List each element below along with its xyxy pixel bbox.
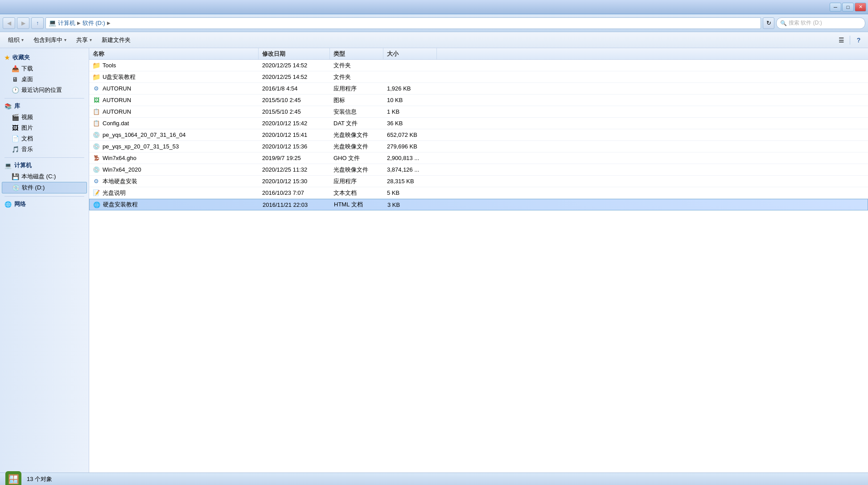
back-button[interactable]: ◀: [3, 17, 15, 29]
filelist-body: 📁 Tools 2020/12/25 14:52 文件夹 📁 U盘安装教程 20…: [89, 60, 868, 473]
file-icon: 🗜: [93, 155, 100, 162]
file-date: 2016/11/21 22:03: [259, 199, 330, 210]
table-row[interactable]: 💿 Win7x64_2020 2020/12/25 11:32 光盘映像文件 3…: [89, 164, 868, 176]
sidebar-section-library: 📚 库 🎬 视频 🖼 图片 📄 文档 🎵 音乐: [2, 100, 87, 155]
addressbar: ◀ ▶ ↑ 💻 计算机 ▶ 软件 (D:) ▶ ↻ 🔍 搜索 软件 (D:): [0, 14, 868, 32]
file-name: pe_yqs_1064_20_07_31_16_04: [103, 132, 186, 138]
table-row[interactable]: ⚙ AUTORUN 2016/1/8 4:54 应用程序 1,926 KB: [89, 83, 868, 95]
sidebar-header-computer[interactable]: 💻 计算机: [2, 160, 87, 171]
file-name: 硬盘安装教程: [103, 201, 138, 209]
file-type: DAT 文件: [330, 118, 383, 129]
sidebar-header-network[interactable]: 🌐 网络: [2, 198, 87, 210]
file-name: Win7x64.gho: [103, 155, 136, 161]
breadcrumb-bar[interactable]: 💻 计算机 ▶ 软件 (D:) ▶: [45, 17, 761, 29]
search-bar[interactable]: 🔍 搜索 软件 (D:): [776, 17, 865, 29]
file-name-cell: 📁 Tools: [89, 60, 259, 71]
table-row[interactable]: 📁 U盘安装教程 2020/12/25 14:52 文件夹: [89, 71, 868, 83]
refresh-button[interactable]: ↻: [763, 17, 774, 29]
video-icon: 🎬: [12, 114, 19, 121]
up-button[interactable]: ↑: [31, 17, 44, 29]
file-icon: 🖼: [93, 97, 100, 104]
help-button[interactable]: ?: [853, 34, 864, 46]
file-icon: 📁: [93, 62, 100, 69]
file-name-cell: ⚙ 本地硬盘安装: [89, 176, 259, 187]
organize-button[interactable]: 组织 ▾: [4, 34, 28, 46]
table-row[interactable]: 💿 pe_yqs_xp_20_07_31_15_53 2020/10/12 15…: [89, 141, 868, 152]
document-icon: 📄: [12, 135, 19, 142]
file-name: 本地硬盘安装: [103, 177, 137, 185]
file-name: Tools: [103, 62, 116, 69]
file-icon: 📋: [93, 120, 100, 127]
picture-label: 图片: [21, 124, 33, 132]
col-header-name[interactable]: 名称: [89, 48, 259, 59]
col-header-date[interactable]: 修改日期: [259, 48, 330, 59]
sidebar-item-recent[interactable]: 🕐 最近访问的位置: [2, 85, 87, 95]
file-name-cell: 📋 Config.dat: [89, 118, 259, 129]
file-name: 光盘说明: [103, 189, 126, 197]
table-row[interactable]: ⚙ 本地硬盘安装 2020/10/12 15:30 应用程序 28,315 KB: [89, 176, 868, 187]
table-row[interactable]: 💿 pe_yqs_1064_20_07_31_16_04 2020/10/12 …: [89, 129, 868, 141]
file-size: 10 KB: [383, 95, 437, 106]
table-row[interactable]: 🗜 Win7x64.gho 2019/9/7 19:25 GHO 文件 2,90…: [89, 152, 868, 164]
network-icon: 🌐: [4, 201, 12, 208]
file-type: 光盘映像文件: [330, 129, 383, 140]
file-date: 2020/12/25 14:52: [259, 60, 330, 71]
sidebar-item-music[interactable]: 🎵 音乐: [2, 144, 87, 155]
file-type: 光盘映像文件: [330, 164, 383, 175]
search-placeholder: 搜索 软件 (D:): [789, 19, 822, 27]
sidebar-item-local-d[interactable]: 💿 软件 (D:): [2, 182, 87, 193]
minimize-button[interactable]: ─: [830, 3, 841, 12]
table-row[interactable]: 🖼 AUTORUN 2015/5/10 2:45 图标 10 KB: [89, 95, 868, 106]
picture-icon: 🖼: [12, 124, 19, 132]
breadcrumb-d[interactable]: 软件 (D:): [82, 19, 105, 27]
status-app-icon: 🪟: [5, 471, 21, 485]
table-row[interactable]: 📋 Config.dat 2020/10/12 15:42 DAT 文件 36 …: [89, 118, 868, 129]
library-icon: 📚: [4, 103, 12, 110]
sidebar-item-picture[interactable]: 🖼 图片: [2, 123, 87, 133]
file-date: 2020/12/25 14:52: [259, 71, 330, 82]
table-row[interactable]: 🌐 硬盘安装教程 2016/11/21 22:03 HTML 文档 3 KB: [89, 199, 868, 210]
desktop-label: 桌面: [21, 75, 33, 83]
new-folder-button[interactable]: 新建文件夹: [97, 34, 135, 46]
sidebar-item-video[interactable]: 🎬 视频: [2, 112, 87, 123]
file-icon: 🌐: [93, 201, 100, 208]
col-header-size[interactable]: 大小: [383, 48, 437, 59]
main-layout: ★ 收藏夹 📥 下载 🖥 桌面 🕐 最近访问的位置 📚 库: [0, 48, 868, 473]
file-icon: 📝: [93, 189, 100, 197]
share-dropdown-icon: ▾: [90, 37, 92, 42]
view-button[interactable]: ☰: [835, 34, 847, 46]
toolbar: 组织 ▾ 包含到库中 ▾ 共享 ▾ 新建文件夹 ☰ ?: [0, 32, 868, 48]
table-row[interactable]: 📋 AUTORUN 2015/5/10 2:45 安装信息 1 KB: [89, 106, 868, 118]
file-name: Win7x64_2020: [103, 166, 141, 173]
close-button[interactable]: ✕: [855, 3, 866, 12]
sidebar-header-favorites[interactable]: ★ 收藏夹: [2, 52, 87, 63]
table-row[interactable]: 📁 Tools 2020/12/25 14:52 文件夹: [89, 60, 868, 71]
organize-dropdown-icon: ▾: [21, 37, 24, 42]
search-icon: 🔍: [780, 20, 787, 26]
file-type: 文件夹: [330, 60, 383, 71]
table-row[interactable]: 📝 光盘说明 2016/10/23 7:07 文本文档 5 KB: [89, 187, 868, 199]
sidebar-item-downloads[interactable]: 📥 下载: [2, 63, 87, 74]
sidebar: ★ 收藏夹 📥 下载 🖥 桌面 🕐 最近访问的位置 📚 库: [0, 48, 89, 473]
sidebar-header-library[interactable]: 📚 库: [2, 100, 87, 112]
forward-button[interactable]: ▶: [17, 17, 29, 29]
file-name: U盘安装教程: [103, 73, 136, 81]
breadcrumb-computer[interactable]: 💻 计算机: [49, 19, 75, 27]
share-button[interactable]: 共享 ▾: [72, 34, 96, 46]
maximize-button[interactable]: □: [842, 3, 854, 12]
col-header-type[interactable]: 类型: [330, 48, 383, 59]
sidebar-item-desktop[interactable]: 🖥 桌面: [2, 74, 87, 85]
file-name-cell: 🌐 硬盘安装教程: [90, 199, 259, 210]
include-library-button[interactable]: 包含到库中 ▾: [29, 34, 71, 46]
sidebar-item-document[interactable]: 📄 文档: [2, 133, 87, 144]
music-label: 音乐: [21, 145, 33, 153]
file-size: 3 KB: [384, 199, 437, 210]
titlebar: ─ □ ✕: [0, 0, 868, 14]
file-type: 文本文档: [330, 187, 383, 198]
divider-1: [4, 98, 84, 99]
file-date: 2020/10/12 15:42: [259, 118, 330, 129]
file-name-cell: 💿 pe_yqs_xp_20_07_31_15_53: [89, 141, 259, 152]
file-name: AUTORUN: [103, 108, 131, 115]
music-icon: 🎵: [12, 146, 19, 153]
sidebar-item-local-c[interactable]: 💾 本地磁盘 (C:): [2, 171, 87, 182]
